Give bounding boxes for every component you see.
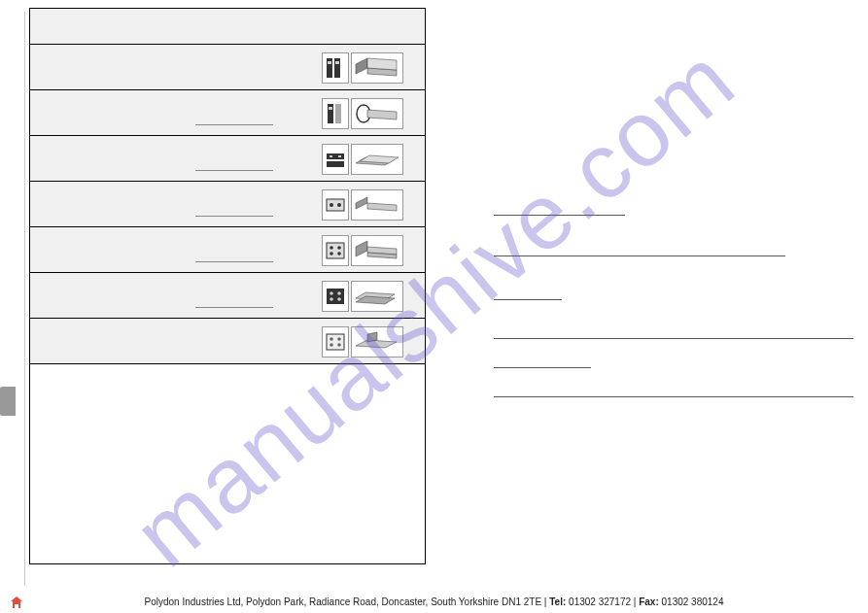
page-left-margin: [24, 12, 25, 586]
row-icons: [322, 144, 409, 175]
svg-rect-25: [327, 334, 344, 350]
bracket-iso-icon: [351, 326, 403, 358]
svg-point-29: [337, 343, 341, 347]
blank-line: [195, 261, 273, 262]
svg-rect-12: [327, 199, 344, 211]
svg-rect-15: [327, 243, 344, 258]
row-icons: [322, 98, 409, 129]
footer: Polydon Industries Ltd, Polydon Park, Ra…: [0, 596, 868, 607]
left-table: [29, 8, 426, 564]
text-line: [494, 255, 785, 256]
bracket-iso-icon: [351, 98, 403, 129]
row-icons: [322, 326, 409, 358]
svg-rect-10: [330, 155, 332, 157]
bracket-front-icon: [322, 281, 349, 312]
row-icons: [322, 52, 409, 84]
table-row: [30, 90, 425, 136]
table-row: [30, 227, 425, 273]
table-row: [30, 45, 425, 90]
svg-point-14: [337, 203, 341, 207]
table-header: [30, 9, 425, 45]
bracket-front-icon: [322, 326, 349, 358]
row-icons: [322, 235, 409, 266]
bracket-iso-icon: [351, 189, 403, 221]
svg-point-27: [337, 337, 341, 341]
blank-line: [195, 124, 273, 125]
bracket-iso-icon: [351, 144, 403, 175]
table-row: [30, 182, 425, 227]
svg-rect-8: [327, 153, 344, 159]
svg-point-19: [337, 252, 341, 255]
fax-label: Fax:: [639, 596, 659, 607]
svg-rect-6: [329, 107, 332, 110]
svg-point-28: [330, 343, 333, 347]
text-line: [494, 338, 853, 339]
table-row: [30, 319, 425, 364]
bracket-iso-icon: [351, 235, 403, 266]
bracket-front-icon: [322, 235, 349, 266]
svg-point-22: [337, 291, 341, 295]
bracket-iso-icon: [351, 281, 403, 312]
page-tab: [0, 387, 16, 416]
bracket-front-icon: [322, 98, 349, 129]
blank-line: [195, 216, 273, 217]
svg-point-16: [330, 246, 333, 250]
svg-point-13: [330, 203, 333, 207]
svg-rect-9: [327, 161, 344, 167]
row-icons: [322, 281, 409, 312]
footer-address: Polydon Industries Ltd, Polydon Park, Ra…: [145, 596, 542, 607]
fax-number: 01302 380124: [659, 596, 724, 607]
svg-rect-2: [328, 61, 331, 64]
page-content: [29, 8, 851, 584]
text-line: [494, 396, 853, 397]
tel-number: 01302 327172: [566, 596, 631, 607]
bracket-front-icon: [322, 189, 349, 221]
svg-rect-5: [335, 104, 341, 123]
blank-line: [195, 307, 273, 308]
blank-line: [195, 170, 273, 171]
text-line: [494, 215, 625, 216]
svg-rect-20: [327, 289, 344, 304]
table-row: [30, 136, 425, 182]
svg-rect-11: [338, 155, 341, 157]
bracket-iso-icon: [351, 52, 403, 84]
svg-point-24: [337, 297, 341, 301]
svg-point-23: [330, 297, 333, 301]
table-row: [30, 273, 425, 319]
svg-point-26: [330, 337, 333, 341]
svg-rect-3: [335, 61, 339, 64]
text-line: [494, 367, 591, 368]
row-icons: [322, 189, 409, 221]
right-column: [455, 8, 851, 564]
svg-point-18: [330, 252, 333, 255]
bracket-front-icon: [322, 144, 349, 175]
tel-label: Tel:: [549, 596, 566, 607]
bracket-front-icon: [322, 52, 349, 84]
text-line: [494, 299, 562, 300]
svg-point-21: [330, 291, 333, 295]
svg-point-17: [337, 246, 341, 250]
